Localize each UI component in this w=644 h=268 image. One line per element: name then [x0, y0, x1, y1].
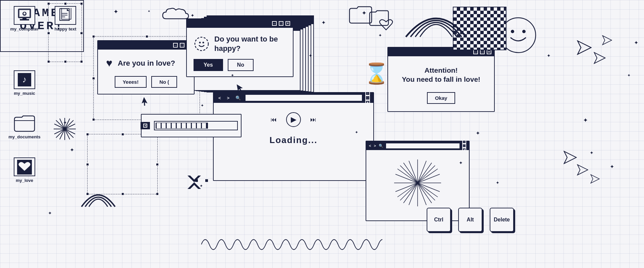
starburst-container	[366, 150, 469, 216]
svg-rect-6	[19, 10, 30, 17]
maximize-small[interactable]: □	[462, 144, 466, 148]
maximize-attention[interactable]: □	[480, 50, 485, 54]
svg-rect-4	[22, 18, 26, 19]
browser-forward-button[interactable]: >	[226, 95, 231, 100]
close-loading[interactable]: ✕	[143, 124, 147, 128]
sparkle-10: ✦	[583, 117, 588, 124]
minimize-small[interactable]: ─	[462, 140, 466, 144]
desktop-icon-my-documents[interactable]: my_documents	[9, 114, 40, 139]
rainbow-arch-large	[402, 3, 470, 42]
dialog-happy-titlebar: ─ □ ✕	[187, 19, 293, 28]
heart-decor	[379, 18, 393, 32]
svg-point-15	[195, 37, 208, 51]
my-music-label: my_music	[14, 91, 35, 96]
attention-message: Attention!You need to fall in love!	[402, 66, 480, 84]
delete-key[interactable]: Delete	[490, 208, 514, 232]
close-media[interactable]: ✕	[365, 100, 370, 105]
play-button[interactable]: ▶	[286, 112, 301, 127]
browser-search-icon: 🔍	[234, 95, 242, 100]
sparkle-6: ✦	[231, 73, 234, 78]
svg-line-58	[56, 129, 65, 138]
win-controls-media: ─ □ ✕	[365, 91, 370, 105]
okay-button[interactable]: Okay	[427, 92, 455, 104]
handle-2	[205, 179, 208, 182]
my-computer-label: my_computer	[10, 26, 39, 31]
close-attention[interactable]: ✕	[487, 50, 491, 54]
browser-address-bar[interactable]	[246, 95, 362, 101]
svg-marker-51	[591, 175, 599, 183]
desktop: my_computer happy text ♪ my_music	[0, 0, 644, 268]
loading-bar-body	[150, 118, 242, 133]
win-controls-attention: ─ □ ✕	[473, 50, 491, 54]
win-controls-small: ─ □ ✕	[462, 140, 466, 152]
svg-line-23	[418, 183, 435, 200]
minimize-attention[interactable]: ─	[473, 50, 478, 54]
yes-button[interactable]: Yeees!	[115, 76, 147, 88]
win-controls-happy: ─ □ ✕	[272, 21, 290, 26]
svg-line-24	[400, 183, 418, 200]
svg-point-44	[522, 30, 526, 33]
attention-body: Attention!You need to fall in love! Okay	[388, 56, 494, 111]
maximize-button[interactable]: □	[180, 43, 184, 48]
bsm-back[interactable]: <	[369, 144, 371, 148]
sparkle-13: ✦	[63, 120, 67, 125]
sparkle-17: ✦	[355, 130, 358, 135]
handle-1	[195, 179, 198, 182]
sparkle-22: ✦	[547, 53, 551, 58]
no-happy-button[interactable]: No	[228, 59, 254, 71]
desktop-icon-my-computer[interactable]: my_computer	[9, 6, 40, 31]
dialog-happy-body: Do you want to be happy? Yes No	[187, 28, 293, 76]
minimize-button-happy[interactable]: ─	[272, 21, 277, 26]
close-small[interactable]: ✕	[462, 148, 466, 152]
svg-point-2	[23, 13, 24, 13]
yes-happy-button[interactable]: Yes	[194, 59, 223, 71]
sparkle-1: ✦	[113, 8, 118, 15]
no-button[interactable]: No (	[151, 76, 177, 88]
svg-rect-0	[18, 9, 31, 18]
maximize-button-happy[interactable]: □	[279, 21, 283, 26]
desktop-icon-my-music[interactable]: ♪ my_music	[9, 70, 40, 96]
heart-icon: ♥	[106, 57, 112, 69]
progress-segments	[157, 123, 206, 128]
loading-bar-dialog: ✕	[141, 114, 241, 137]
svg-point-16	[199, 42, 201, 43]
paper-plane-1	[577, 40, 592, 56]
bsm-address[interactable]	[386, 143, 460, 148]
minimize-button[interactable]: ─	[173, 43, 178, 48]
love-buttons: Yeees! No (	[106, 76, 186, 88]
rewind-button[interactable]: ⏮	[271, 116, 277, 123]
gear-badge-icon	[194, 36, 210, 52]
minimize-media[interactable]: ─	[365, 91, 370, 95]
sparkle-7: ✦	[476, 130, 480, 136]
selection-box	[48, 3, 82, 62]
browser-back-button[interactable]: <	[217, 95, 222, 100]
sparkle-5: ✦	[378, 33, 382, 38]
dialog-attention: ─ □ ✕ Attention!You need to fall in love…	[387, 47, 495, 112]
dialog-love-titlebar: ─ □ ✕	[98, 41, 194, 50]
sparkle-9: ✦	[496, 180, 499, 185]
ctrl-key[interactable]: Ctrl	[427, 208, 451, 232]
happy-message: Do you want to be happy?	[194, 35, 286, 53]
svg-marker-46	[578, 41, 591, 54]
sparkle-4: ✦	[362, 9, 367, 17]
sparkle-19: ✦	[627, 73, 631, 78]
my-love-label: my_love	[16, 178, 33, 183]
rainbow-arch-small	[80, 185, 117, 210]
progress-fill	[156, 123, 208, 129]
sparkle-11: ✦	[590, 150, 594, 155]
progress-bar	[154, 121, 238, 130]
svg-line-22	[400, 165, 418, 183]
close-button-happy[interactable]: ✕	[285, 21, 290, 26]
svg-text:♪: ♪	[22, 74, 27, 84]
desktop-icon-my-love[interactable]: my_love	[9, 157, 40, 183]
paper-plane-3	[602, 35, 612, 47]
sparkle-21: ✦	[148, 9, 150, 13]
hourglass-icon: ⌛	[364, 64, 389, 84]
my-documents-label: my_documents	[8, 134, 40, 139]
alt-key[interactable]: Alt	[458, 208, 482, 232]
bsm-forward[interactable]: >	[374, 144, 376, 148]
dialog-love-body: ♥ Are you in love? Yeees! No (	[98, 50, 194, 94]
maximize-media[interactable]: □	[365, 95, 370, 100]
fast-forward-button[interactable]: ⏭	[310, 116, 316, 123]
sparkle-14: ✦	[70, 147, 74, 153]
